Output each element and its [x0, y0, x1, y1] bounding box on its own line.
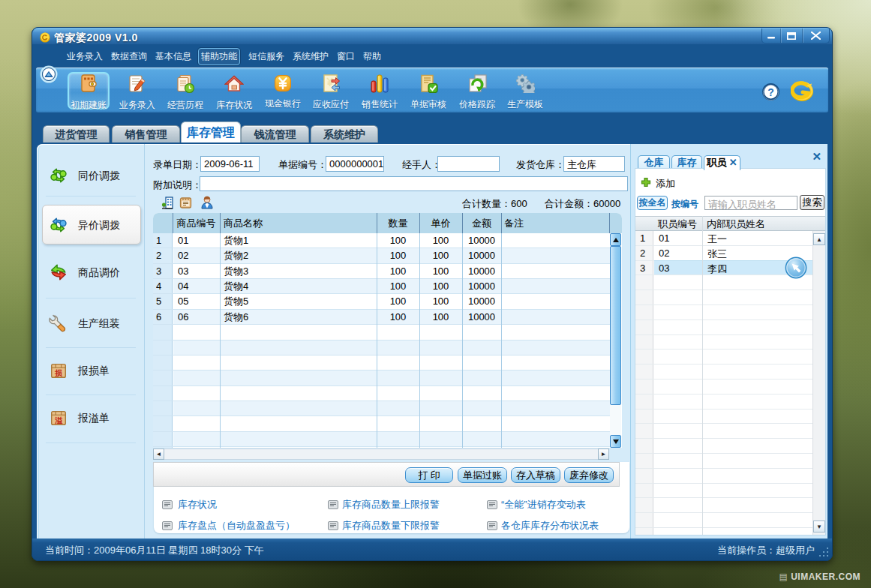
svg-text:?: ?	[767, 86, 774, 98]
svg-text:损: 损	[54, 369, 63, 377]
svg-text:溢: 溢	[55, 416, 63, 424]
